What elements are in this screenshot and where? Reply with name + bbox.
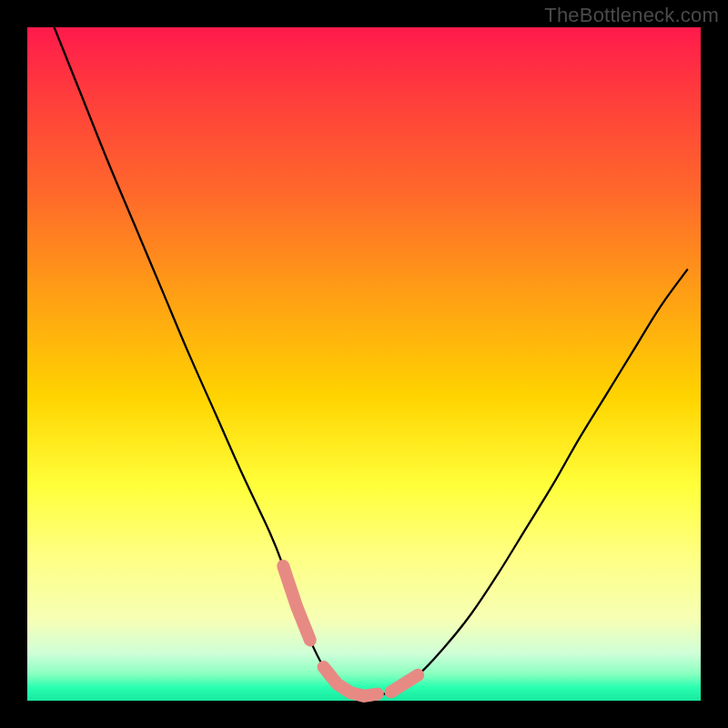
plot-area [27, 27, 701, 701]
left-descent-marker [283, 566, 310, 640]
chart-svg [27, 27, 701, 701]
chart-frame: TheBottleneck.com [0, 0, 728, 728]
right-ascent-marker [391, 675, 419, 693]
valley-floor-marker [324, 667, 378, 696]
bottleneck-curve [55, 27, 688, 696]
watermark-text: TheBottleneck.com [544, 4, 719, 27]
